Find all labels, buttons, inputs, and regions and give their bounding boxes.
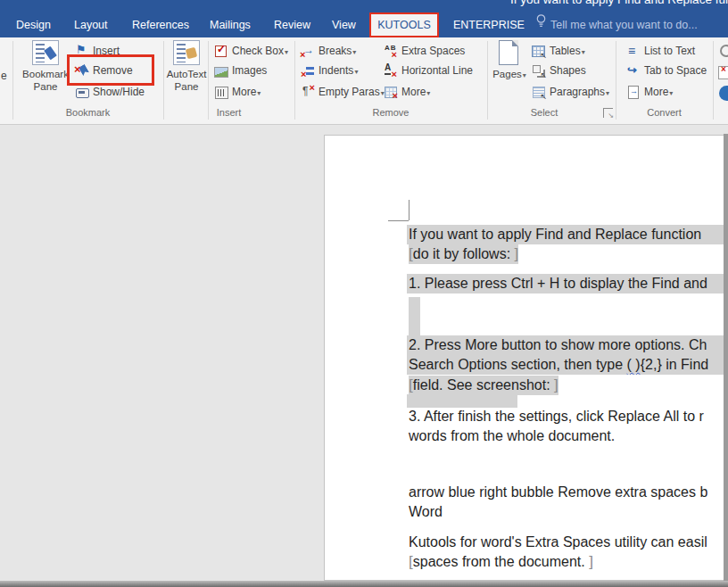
insert-more-button[interactable]: More	[214, 84, 261, 100]
numbered-list-icon	[626, 44, 641, 58]
doc-text: 3. After finish the settings, click Repl…	[409, 409, 704, 424]
page-arrow-icon	[626, 85, 641, 99]
clipped-title-text: If you want to apply Find and Replace fu…	[510, 0, 728, 6]
doc-text: Search Options section, then type	[409, 357, 627, 372]
convert-list-to-text-button[interactable]: List to Text	[626, 43, 695, 59]
selected-image-edge	[409, 297, 420, 336]
tab-view[interactable]: View	[332, 12, 356, 37]
remove-bookmark-button[interactable]: Remove	[75, 62, 133, 79]
button-label: Bookmark	[20, 68, 71, 80]
doc-text: Kutools for word's Extra Spaces utility …	[409, 534, 707, 550]
group-separator	[713, 41, 714, 120]
extra-spaces-icon	[384, 44, 398, 58]
select-tables-button[interactable]: Tables	[532, 43, 585, 59]
remove-more-button[interactable]: More	[384, 84, 430, 100]
doc-text: arrow blue right bubble Remove extra spa…	[409, 484, 707, 500]
button-label: Breaks	[318, 45, 356, 57]
tab-review[interactable]: Review	[274, 12, 310, 37]
doc-text: Word	[409, 504, 443, 519]
doc-text: spaces from the document.	[413, 554, 589, 569]
margin-crop-mark	[388, 220, 409, 221]
tab-kutools-active[interactable]: KUTOOLS	[369, 12, 439, 37]
images-button[interactable]: Images	[214, 62, 267, 79]
button-label: Shapes	[550, 64, 586, 77]
bottom-window-edge	[0, 581, 728, 587]
insert-bookmark-button[interactable]: Insert	[75, 43, 120, 59]
tell-me-box[interactable]: Tell me what you want to do...	[550, 12, 698, 37]
group-label-convert: Convert	[616, 105, 713, 120]
remove-breaks-button[interactable]: Breaks	[301, 43, 356, 59]
lightbulb-icon	[535, 13, 547, 32]
ribbon-kutools: e Bookmark Pane Insert Remove Show/Hide …	[0, 37, 728, 125]
button-label: Show/Hide	[93, 86, 145, 98]
button-label: Pane	[20, 80, 71, 93]
button-label: More	[401, 86, 430, 98]
doc-line[interactable]: [field. See screenshot: ]	[407, 376, 558, 395]
select-paragraphs-button[interactable]: Paragraphs	[532, 84, 609, 100]
doc-line[interactable]: 3. After finish the settings, click Repl…	[407, 407, 704, 426]
barcode-icon	[214, 85, 228, 99]
margin-crop-mark	[409, 200, 410, 220]
remove-horizontal-line-button[interactable]: Horizontal Line	[384, 62, 473, 79]
convert-tab-to-space-button[interactable]: Tab to Space	[626, 62, 707, 79]
doc-text: If you want to apply Find and Replace fu…	[409, 227, 701, 242]
show-hide-bookmark-button[interactable]: Show/Hide	[75, 84, 145, 100]
empty-paragraph-icon	[301, 85, 315, 99]
paragraphs-select-icon	[532, 85, 546, 99]
bookmark-close-marker: ]	[515, 245, 519, 262]
button-label: Indents	[318, 64, 358, 77]
button-label: Tables	[550, 45, 585, 57]
check-box-button[interactable]: Check Box	[214, 43, 288, 59]
clipped-blue-circle-icon	[719, 86, 728, 101]
tab-references[interactable]: References	[132, 12, 189, 37]
doc-line[interactable]: Word	[407, 502, 443, 522]
select-pages-button[interactable]: Pages	[491, 40, 528, 82]
doc-line[interactable]: Search Options section, then type ( ){2,…	[407, 355, 724, 375]
bookmark-pane-button[interactable]: Bookmark Pane	[20, 40, 71, 93]
doc-line[interactable]: words from the whole document.	[407, 426, 615, 446]
convert-more-button[interactable]: More	[626, 84, 673, 100]
doc-line[interactable]: [spaces from the document. ]	[407, 552, 593, 572]
remove-empty-paras-button[interactable]: Empty Paras	[301, 84, 385, 100]
clipped-left-button-text: e	[1, 70, 7, 82]
button-label: Images	[232, 64, 267, 77]
doc-text: field. See screenshot:	[413, 377, 554, 393]
tab-layout[interactable]: Layout	[74, 12, 108, 37]
autotext-pane-icon	[173, 40, 200, 65]
horizontal-line-icon	[384, 63, 398, 78]
autotext-pane-button[interactable]: AutoText Pane	[166, 40, 207, 93]
button-label: Check Box	[232, 45, 288, 57]
scrollbar-edge[interactable]	[724, 134, 728, 581]
bookmark-close-marker: ]	[554, 376, 558, 393]
tab-enterprise[interactable]: ENTERPRISE	[453, 12, 525, 37]
select-shapes-button[interactable]: Shapes	[532, 62, 586, 79]
bookmark-pane-icon	[32, 40, 59, 65]
doc-line[interactable]: [do it by follows: ]	[407, 244, 518, 264]
doc-line[interactable]: 1. Please press Ctrl + H to display the …	[407, 274, 724, 294]
remove-indents-button[interactable]: Indents	[301, 62, 358, 79]
bookmark-close-marker: ]	[589, 553, 593, 570]
tab-mailings[interactable]: Mailings	[210, 12, 251, 37]
page-icon	[499, 40, 518, 65]
group-label-bookmark: Bookmark	[12, 105, 163, 120]
button-label: Empty Paras	[318, 86, 385, 98]
doc-text: 1. Please press Ctrl + H to display the …	[409, 276, 707, 291]
document-page[interactable]: If you want to apply Find and Replace fu…	[324, 135, 728, 581]
button-label: List to Text	[644, 45, 695, 57]
remove-extra-spaces-button[interactable]: Extra Spaces	[384, 43, 465, 59]
doc-line[interactable]: arrow blue right bubble Remove extra spa…	[407, 483, 707, 502]
button-label: Paragraphs	[550, 86, 609, 98]
doc-line[interactable]: Kutools for word's Extra Spaces utility …	[407, 533, 707, 552]
picture-icon	[214, 67, 228, 78]
remove-bookmark-icon	[75, 63, 89, 78]
button-label: Pages	[491, 68, 528, 82]
doc-line[interactable]: 2. Press More button to show more option…	[407, 335, 724, 355]
button-label: More	[644, 86, 673, 98]
clipped-document-icon	[718, 66, 728, 79]
dialog-launcher-icon[interactable]	[603, 108, 613, 118]
tab-bar: If you want to apply Find and Replace fu…	[0, 0, 728, 37]
highlighted-blank-line	[407, 394, 517, 408]
tab-design[interactable]: Design	[16, 12, 51, 37]
checkbox-icon	[214, 44, 228, 58]
doc-line[interactable]: If you want to apply Find and Replace fu…	[407, 225, 724, 244]
